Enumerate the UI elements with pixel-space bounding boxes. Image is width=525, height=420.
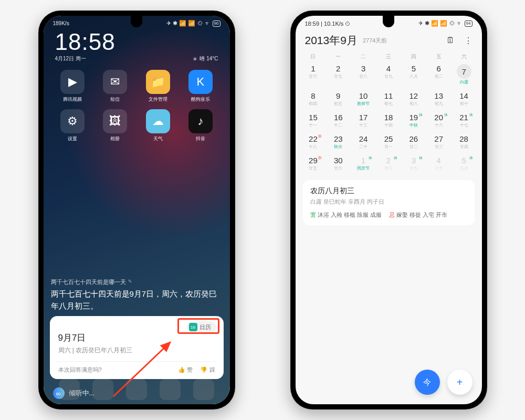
day-cell-2[interactable]: 2廿七: [326, 62, 351, 87]
open-calendar-pill[interactable]: 16 日历: [187, 321, 216, 333]
day-cell-4[interactable]: 4三十: [426, 154, 452, 173]
day-cell-5[interactable]: 休5九月: [452, 154, 477, 173]
data-rate: 189K/s: [53, 20, 69, 26]
weekday-label: 一: [326, 53, 351, 60]
assistant-response: 两千七百七十四天前是哪一天 两千七百七十四天前是9月7日，周六，农历癸巳年八月初…: [51, 278, 223, 312]
more-icon[interactable]: ⋮: [464, 36, 472, 46]
day-cell-27[interactable]: 27廿三: [426, 133, 452, 151]
weekday-label: 六: [452, 53, 477, 60]
today-button[interactable]: 今: [415, 370, 440, 395]
clock-widget: 18:58 4月12日 周一 ☀晴 14°C: [44, 28, 230, 67]
app-icon-相册[interactable]: 🖼相册: [98, 109, 133, 142]
weekday-label: 三: [376, 53, 401, 60]
left-phone: 189K/s ✈ ✱ 📶 📶 ⏲ ᯤ 90 18:58 4月12日 周一 ☀晴 …: [38, 10, 235, 410]
days-ago-label: 2774天前: [363, 37, 387, 45]
day-cell-21[interactable]: 休21十七: [452, 111, 477, 130]
status-icons: ✈ ✱ 📶 📶 ⏲ ᯤ 90: [166, 20, 220, 27]
thumb-up-button[interactable]: 👍 赞: [178, 366, 193, 374]
assistant-answer: 两千七百七十四天前是9月7日，周六，农历癸巳年八月初三。: [51, 288, 223, 312]
app-icon-设置[interactable]: ⚙设置: [55, 109, 90, 142]
app-icon-天气[interactable]: ☁天气: [140, 109, 175, 142]
day-cell-6[interactable]: 6初二: [426, 62, 452, 87]
day-cell-5[interactable]: 5八月: [401, 62, 426, 87]
app-icon-短信[interactable]: ✉短信: [98, 70, 133, 103]
calendar-result-card[interactable]: 16 日历 9月7日 周六 | 农历癸巳年八月初三 本次回答满意吗?: [50, 316, 224, 379]
weekday-label: 日: [301, 53, 326, 60]
notch: [131, 16, 142, 27]
weather-widget[interactable]: ☀晴 14°C: [193, 55, 218, 62]
day-cell-7[interactable]: 7白露: [452, 62, 477, 87]
day-cell-11[interactable]: 11初七: [376, 90, 401, 108]
bad-items: 嫁娶 移徙 入宅 开市: [396, 212, 447, 218]
day-cell-1[interactable]: 休1国庆节: [351, 154, 376, 173]
result-date: 9月7日: [58, 332, 215, 344]
day-cell-28[interactable]: 28廿四: [452, 133, 477, 151]
day-cell-29[interactable]: 班29廿五: [301, 154, 326, 173]
bad-label: 忌: [389, 212, 395, 218]
calendar-header: 2013年9月 2774天前 🗓 ⋮: [296, 29, 482, 53]
day-cell-14[interactable]: 14初十: [452, 90, 477, 108]
clock-date: 4月12日 周一: [55, 55, 86, 62]
notch: [383, 16, 394, 27]
day-cell-10[interactable]: 10教师节: [351, 90, 376, 108]
day-cell-26[interactable]: 26廿二: [401, 133, 426, 151]
day-cell-9[interactable]: 9初五: [326, 90, 351, 108]
day-cell-1[interactable]: 1廿六: [301, 62, 326, 87]
lunar-title: 农历八月初三: [310, 186, 467, 196]
day-cell-4[interactable]: 4廿九: [376, 62, 401, 87]
app-row-1: ▶腾讯视频✉短信📁文件管理K酷狗音乐: [44, 67, 230, 106]
day-cell-17[interactable]: 17十三: [351, 111, 376, 130]
day-cell-24[interactable]: 24二十: [351, 133, 376, 151]
day-cell-15[interactable]: 15十一: [301, 111, 326, 130]
divider: [56, 361, 217, 362]
add-event-button[interactable]: +: [447, 370, 472, 395]
calendar-view-icon[interactable]: 🗓: [446, 36, 455, 46]
day-cell-25[interactable]: 25廿一: [376, 133, 401, 151]
thumb-down-button[interactable]: 👎 踩: [200, 366, 215, 374]
lunar-sub: 白露 癸巳蛇年 辛酉月 丙子日: [310, 198, 467, 206]
day-cell-3[interactable]: 休3廿九: [401, 154, 426, 173]
app-icon-腾讯视频[interactable]: ▶腾讯视频: [55, 70, 90, 103]
calendar-grid: 1廿六2廿七3廿八4廿九5八月6初二7白露8初四9初五10教师节11初七12初八…: [296, 60, 482, 176]
right-phone: 18:59 | 10.1K/s ⏲ ✈ ✱ 📶 📶 ⏲ ᯤ 94 2013年9月…: [290, 10, 487, 410]
day-detail-card[interactable]: 农历八月初三 白露 癸巳蛇年 辛酉月 丙子日 宜 沐浴 入殓 移柩 除服 成服 …: [303, 180, 475, 225]
day-cell-16[interactable]: 16十二: [326, 111, 351, 130]
app-row-2: ⚙设置🖼相册☁天气♪抖音: [44, 106, 230, 145]
weekday-label: 四: [401, 53, 426, 60]
calendar-pill-label: 日历: [200, 323, 211, 331]
result-date-sub: 周六 | 农历癸巳年八月初三: [58, 346, 215, 355]
day-cell-20[interactable]: 休20十六: [426, 111, 452, 130]
day-cell-2[interactable]: 休2廿八: [376, 154, 401, 173]
assistant-question: 两千七百七十四天前是哪一天: [51, 278, 223, 287]
day-cell-18[interactable]: 18十四: [376, 111, 401, 130]
day-cell-22[interactable]: 班22十八: [301, 133, 326, 151]
app-icon-文件管理[interactable]: 📁文件管理: [140, 70, 175, 103]
good-items: 沐浴 入殓 移柩 除服 成服: [318, 212, 382, 218]
day-cell-19[interactable]: 休19中秋: [401, 111, 426, 130]
day-cell-12[interactable]: 12初八: [401, 90, 426, 108]
calendar-icon: 16: [189, 323, 197, 331]
clock-time: 18:58: [55, 29, 218, 55]
day-cell-13[interactable]: 13初九: [426, 90, 452, 108]
app-icon-酷狗音乐[interactable]: K酷狗音乐: [183, 70, 218, 103]
app-icon-抖音[interactable]: ♪抖音: [183, 109, 218, 142]
weekday-label: 五: [426, 53, 452, 60]
feedback-question: 本次回答满意吗?: [58, 366, 102, 374]
day-cell-8[interactable]: 8初四: [301, 90, 326, 108]
weekday-label: 二: [351, 53, 376, 60]
dock: [44, 379, 230, 400]
month-title[interactable]: 2013年9月: [305, 33, 358, 48]
good-label: 宜: [310, 212, 316, 218]
day-cell-30[interactable]: 30廿六: [326, 154, 351, 173]
day-cell-23[interactable]: 23秋分: [326, 133, 351, 151]
weekday-header: 日一二三四五六: [296, 53, 482, 60]
day-cell-3[interactable]: 3廿八: [351, 62, 376, 87]
